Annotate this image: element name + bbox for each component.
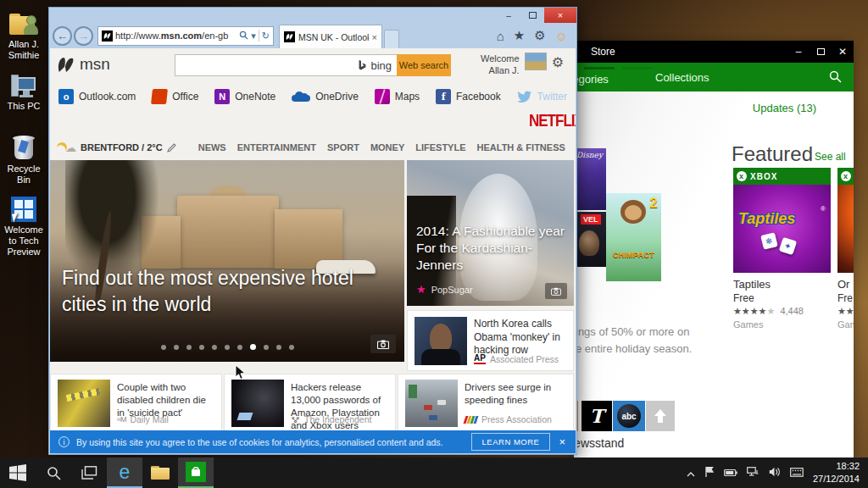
feedback-smiley-icon[interactable]: ☺ <box>555 29 568 43</box>
store-content: Updates (13) Disney VEL 2 CHIMPACT ings … <box>574 92 854 458</box>
disney-tile-label: Disney <box>574 148 606 159</box>
touch-keyboard-icon[interactable] <box>790 465 804 480</box>
daily-mail-icon: ≈M <box>117 415 125 424</box>
story-thumbnail <box>231 380 284 427</box>
store-titlebar[interactable]: Store – ✕ <box>574 41 854 63</box>
store-search-icon[interactable] <box>829 70 842 86</box>
store-nav-categories[interactable]: Categories <box>574 71 620 86</box>
newsstand-tile-abc[interactable]: abc <box>613 401 645 431</box>
nav-money[interactable]: MONEY <box>370 142 404 152</box>
ie-close-button[interactable]: × <box>544 8 576 23</box>
cookie-close-icon[interactable]: × <box>557 435 567 448</box>
featured-see-all-link[interactable]: See all <box>815 151 846 163</box>
nav-health[interactable]: HEALTH & FITNESS <box>477 142 565 152</box>
ie-minimize-button[interactable]: – <box>497 8 520 23</box>
up-arrow-icon <box>654 408 667 424</box>
newsstand-tile-nyt[interactable]: T <box>581 401 612 431</box>
address-dropdown-icon[interactable]: ▾ <box>251 30 256 42</box>
computer-icon <box>11 75 36 98</box>
gallery-camera-icon <box>370 335 396 353</box>
nav-entertainment[interactable]: ENTERTAINMENT <box>237 142 316 152</box>
hero-story[interactable]: Find out the most expensive hotel cities… <box>50 160 404 362</box>
desktop-icon-recycle-bin[interactable]: Recycle Bin <box>0 134 47 186</box>
obama-story[interactable]: North Korea calls Obama 'monkey' in hack… <box>407 310 574 371</box>
app-card-second[interactable]: x XBOX Or Fre ★★ Gam <box>837 168 854 330</box>
address-bar[interactable]: http://www.msn.com/en-gb ▾ ↻ <box>97 26 274 46</box>
learn-more-button[interactable]: LEARN MORE <box>471 433 551 451</box>
store-tile-disney[interactable]: Disney <box>574 148 606 210</box>
app-card-taptiles[interactable]: x XBOX Taptiles ® ❄ ✦ Taptiles Free ★★★★… <box>733 168 831 330</box>
service-facebook[interactable]: fFacebook <box>436 89 501 104</box>
store-tile-marvel[interactable]: VEL <box>574 212 606 267</box>
desktop-icon-welcome[interactable]: Welcome to Tech Preview <box>0 197 47 258</box>
taskbar-search-button[interactable] <box>36 458 71 488</box>
forward-button[interactable]: → <box>74 26 93 46</box>
refresh-icon[interactable]: ↻ <box>262 30 270 42</box>
store-close-button[interactable]: ✕ <box>832 41 854 63</box>
service-maps[interactable]: Maps <box>375 89 420 104</box>
volume-icon[interactable] <box>769 465 781 480</box>
store-updates-link[interactable]: Updates (13) <box>753 102 816 114</box>
ie-titlebar[interactable]: – × <box>49 8 576 23</box>
search-input[interactable]: bing <box>175 54 397 76</box>
service-outlook[interactable]: oOutlook.com <box>58 89 136 104</box>
back-button[interactable]: ← <box>53 26 72 46</box>
service-office[interactable]: Office <box>152 89 198 104</box>
welcome-area[interactable]: Welcome Allan J. ⚙ <box>481 53 564 77</box>
msn-logo[interactable]: msn <box>57 55 110 74</box>
desktop-icon-this-pc[interactable]: This PC <box>0 75 47 112</box>
news-card[interactable]: Drivers see surge in speeding fines Pres… <box>398 374 574 431</box>
ie-maximize-button[interactable] <box>520 8 544 23</box>
story-headline[interactable]: North Korea calls Obama 'monkey' in hack… <box>474 318 566 358</box>
story-thumbnail <box>415 317 467 365</box>
desktop-icon-user[interactable]: Allan J. Smithie <box>0 14 47 61</box>
hero-headline[interactable]: Find out the most expensive hotel cities… <box>62 265 397 318</box>
task-view-button[interactable] <box>71 458 107 488</box>
settings-gear-icon[interactable]: ⚙ <box>534 28 545 43</box>
store-minimize-button[interactable]: – <box>787 41 810 63</box>
msn-favicon <box>102 30 113 42</box>
taskbar-ie-button[interactable]: e <box>107 458 142 488</box>
store-promo-text: ings of 50% or more on e entire holiday … <box>576 324 692 358</box>
service-twitter[interactable]: Twitter <box>517 91 567 103</box>
netflix-ad-logo[interactable]: NETFLIX <box>529 112 576 131</box>
newsstand-tile-arrow[interactable] <box>646 401 675 431</box>
story-headline[interactable]: Drivers see surge in speeding fines <box>465 381 566 407</box>
address-search-icon[interactable] <box>239 30 248 42</box>
store-window-title: Store <box>574 46 787 58</box>
avatar[interactable] <box>525 53 547 70</box>
network-icon[interactable] <box>747 465 760 480</box>
service-onedrive[interactable]: OneDrive <box>292 91 359 103</box>
cookie-text: By using this site you agree to the use … <box>76 437 465 447</box>
taskbar-clock[interactable]: 18:32 27/12/2014 <box>813 460 860 485</box>
carousel-dots[interactable] <box>50 345 404 350</box>
web-search-button[interactable]: Web search <box>397 54 451 76</box>
kardashian-story[interactable]: 2014: A Fashionable year For the Kardash… <box>407 160 574 306</box>
home-icon[interactable]: ⌂ <box>497 29 504 43</box>
store-nav-collections[interactable]: Collections <box>655 71 709 84</box>
taskbar-store-button[interactable] <box>178 458 214 488</box>
nav-lifestyle[interactable]: LIFESTYLE <box>415 142 465 152</box>
service-onenote[interactable]: NOneNote <box>214 89 275 104</box>
weather-widget[interactable]: ☁ BRENTFORD / 2°C <box>57 141 176 154</box>
favorites-star-icon[interactable]: ★ <box>514 28 525 43</box>
page-settings-gear-icon[interactable]: ⚙ <box>552 54 564 70</box>
nav-sport[interactable]: SPORT <box>327 142 359 152</box>
store-tile-chimpact[interactable]: 2 CHIMPACT <box>606 193 661 281</box>
story-headline[interactable]: 2014: A Fashionable year For the Kardash… <box>416 223 567 274</box>
browser-tab[interactable]: MSN UK - Outlook.com for... × <box>279 25 382 48</box>
new-tab-button[interactable] <box>384 30 399 48</box>
nav-news[interactable]: NEWS <box>198 142 226 152</box>
battery-icon[interactable] <box>724 465 737 480</box>
start-button[interactable] <box>0 458 36 488</box>
news-card[interactable]: Couple with two disabled children die in… <box>50 374 222 431</box>
ie-navigation-bar: ← → http://www.msn.com/en-gb ▾ ↻ MSN UK … <box>49 23 576 48</box>
tray-expand-chevron[interactable] <box>687 465 695 480</box>
store-maximize-button[interactable] <box>810 41 832 63</box>
app-price: Free <box>733 292 831 304</box>
action-center-flag-icon[interactable] <box>704 465 715 480</box>
news-card[interactable]: Hackers release 13,000 passwords of Amaz… <box>224 374 396 431</box>
taskbar-explorer-button[interactable] <box>142 458 178 488</box>
tab-close-icon[interactable]: × <box>372 32 377 42</box>
marvel-tile-label: VEL <box>581 214 601 225</box>
